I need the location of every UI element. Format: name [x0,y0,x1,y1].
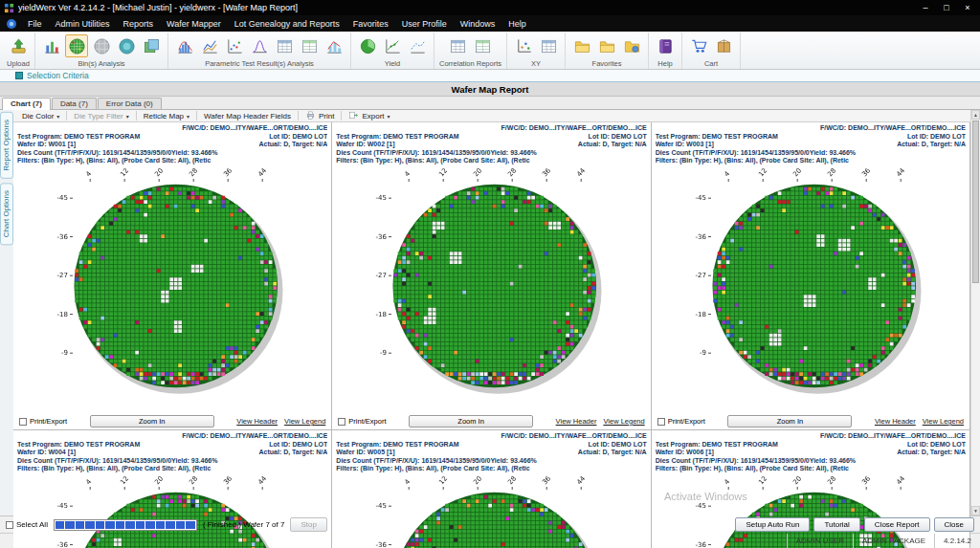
scatter-plot-icon[interactable] [223,34,246,57]
wafer-map-canvas[interactable] [344,475,638,548]
favorite-folder-3-icon[interactable] [620,34,643,57]
toolbar-reticle-map[interactable]: Reticle Map▾ [139,110,194,121]
status-4-2-14-2: 4.2.14.2 [934,534,980,548]
close-button[interactable]: Close [934,517,974,532]
yield-dotted-trend-icon[interactable] [406,34,429,57]
combo-chart-icon[interactable] [323,34,345,57]
select-all[interactable]: Select All [6,520,48,529]
wafer-yield: Yield: 93.466% [810,457,856,464]
toolbar-wafer-map-header-fields[interactable]: Wafer Map Header Fields [199,110,296,121]
cart-icon[interactable] [687,34,710,57]
menu-item-favorites[interactable]: Favorites [346,17,395,31]
wafer-map-canvas[interactable] [663,167,958,401]
minimize-button[interactable]: – [915,1,936,14]
menu-item-file[interactable]: File [21,17,49,31]
print-export-option[interactable]: Print/Export [657,417,705,426]
menu-item-help[interactable]: Help [501,17,533,31]
wafer-id: Wafer ID: W006 [1] [656,449,714,457]
select-all-checkbox[interactable] [6,521,13,529]
xy-chart-icon[interactable] [512,34,535,57]
wafer-id: Wafer ID: W005 [1] [336,449,394,457]
ribbon-group-label: Help [654,58,677,68]
summary-table-icon[interactable] [298,34,321,57]
histogram-icon[interactable] [173,34,196,57]
zoom-in-button[interactable]: Zoom In [727,415,852,427]
view-header-link[interactable]: View Header [875,417,916,426]
bell-curve-icon[interactable] [248,34,271,57]
close-report-button[interactable]: Close Report [864,517,930,532]
scrollbar-thumb[interactable] [972,121,979,283]
favorite-folder-1-icon[interactable] [570,34,593,57]
menu-item-windows[interactable]: Windows [454,17,502,31]
wafer-gray-map-icon[interactable] [90,34,113,57]
yield-trend-icon[interactable] [381,34,404,57]
tab-chart-7[interactable]: Chart (7) [2,98,51,110]
view-legend-link[interactable]: View Legend [923,417,964,426]
selection-criteria-bar[interactable]: Selection Criteria [0,70,980,82]
cart-box-icon[interactable] [712,34,735,57]
menu-item-wafer-mapper[interactable]: Wafer Mapper [160,17,228,31]
menu-item-admin-utilities[interactable]: Admin Utilities [49,17,117,31]
view-legend-link[interactable]: View Legend [603,417,644,426]
view-header-link[interactable]: View Header [556,417,597,426]
zoom-in-button[interactable]: Zoom In [90,415,214,427]
data-table-icon[interactable] [273,34,296,57]
print-export-checkbox[interactable] [338,418,345,426]
tab-error-data-0[interactable]: Error Data (0) [98,98,162,109]
maximize-button[interactable]: □ [936,1,957,14]
setup-auto-run-button[interactable]: Setup Auto Run [735,517,810,532]
toolbar-print[interactable]: Print [301,110,339,121]
ribbon-group-label: Bin(s) Analysis [40,58,163,68]
xy-table-icon[interactable] [537,34,560,57]
status-admin-package: ADMIN PACKAGE [853,534,934,548]
toolbar-export[interactable]: Export▾ [344,110,394,121]
progress-segment [145,521,155,529]
wafer-path: F/WC/D: DEMO...ITY/WAFE...ORT/DEMO....IC… [820,124,966,131]
print-export-option[interactable]: Print/Export [338,417,386,426]
stop-button[interactable]: Stop [290,517,326,532]
scroll-up-icon[interactable]: ▲ [971,110,980,120]
wafer-map-canvas[interactable] [344,167,638,401]
menu-item-reports[interactable]: Reports [117,17,161,31]
vertical-scrollbar[interactable]: ▲ ▼ [970,110,980,515]
toolbar-die-color[interactable]: Die Color▾ [17,110,64,121]
view-header-link[interactable]: View Header [236,417,278,426]
upload-icon[interactable] [7,34,30,57]
wafer-map-canvas[interactable] [25,167,320,401]
zoom-in-button[interactable]: Zoom In [409,415,533,427]
wafer-map-icon[interactable] [65,34,88,57]
stacked-maps-icon[interactable] [140,34,163,57]
menu-item-lot-genealogy-and-reports[interactable]: Lot Genealogy and Reports [228,17,346,31]
trend-chart-icon[interactable] [198,34,221,57]
menu-item-user-profile[interactable]: User Profile [395,17,454,31]
close-button[interactable]: × [957,1,978,14]
bin-bar-chart-icon[interactable] [40,34,63,57]
help-book-icon[interactable] [654,34,677,57]
dropdown-arrow-icon: ▾ [187,113,189,120]
toolbar-separator [341,111,342,121]
wafer-map-toolbar: Die Color▾Die Type Filter▾Reticle Map▾Wa… [13,110,970,122]
print-export-checkbox[interactable] [657,418,665,426]
scroll-down-icon[interactable]: ▼ [971,506,980,515]
wafer-panel-w002: F/WC/D: DEMO...ITY/WAFE...ORT/DEMO....IC… [332,122,651,430]
correlation-grid-icon[interactable] [472,34,495,57]
tutorial-button[interactable]: Tutorial [813,517,859,532]
yield-wafer-icon[interactable] [356,34,379,57]
wafer-path: F/WC/D: DEMO...ITY/WAFE...ORT/DEMO....IC… [182,432,327,439]
side-tab-strip: Report OptionsChart Options [0,110,13,515]
correlation-table-icon[interactable] [447,34,470,57]
view-legend-link[interactable]: View Legend [284,417,325,426]
wafer-test-program: Test Program: DEMO TEST PROGRAM [17,441,140,449]
wafer-path: F/WC/D: DEMO...ITY/WAFE...ORT/DEMO....IC… [501,124,647,131]
tab-data-7[interactable]: Data (7) [52,98,97,109]
ribbon-toolbar: UploadBin(s) AnalysisParametric Test Res… [0,32,980,70]
wafer-test-program: Test Program: DEMO TEST PROGRAM [656,441,778,449]
wafer-header: F/WC/D: DEMO...ITY/WAFE...ORT/DEMO....IC… [17,432,327,473]
wafer-map-canvas[interactable] [25,475,320,548]
side-tab-report-options[interactable]: Report Options [0,112,13,179]
side-tab-chart-options[interactable]: Chart Options [0,183,13,245]
print-export-option[interactable]: Print/Export [19,417,67,426]
wafer-teal-map-icon[interactable] [115,34,138,57]
print-export-checkbox[interactable] [19,418,27,426]
favorite-folder-2-icon[interactable] [595,34,618,57]
